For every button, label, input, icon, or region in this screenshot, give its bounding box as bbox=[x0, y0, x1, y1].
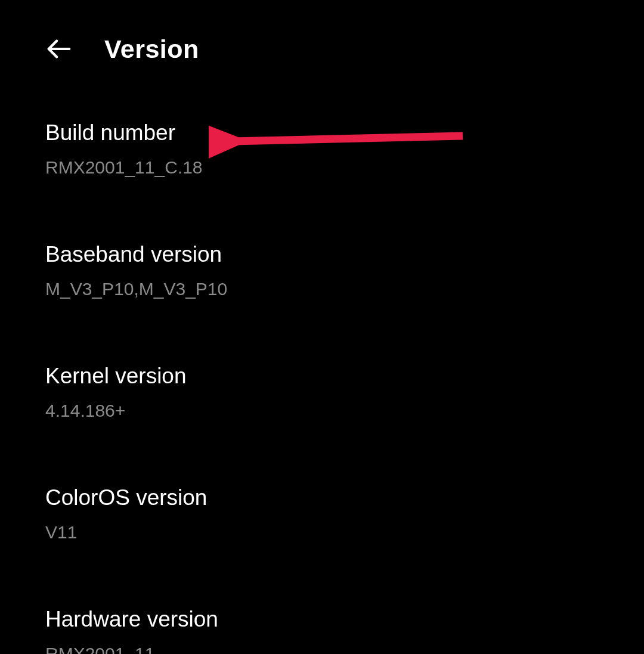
list-item-build-number[interactable]: Build number RMX2001_11_C.18 bbox=[45, 88, 599, 210]
arrow-left-icon bbox=[45, 35, 73, 63]
list-item-hardware-version[interactable]: Hardware version RMX2001_11 bbox=[45, 575, 599, 654]
list-item-value: RMX2001_11 bbox=[45, 644, 599, 654]
header: Version bbox=[0, 0, 644, 88]
list-item-coloros-version[interactable]: ColorOS version V11 bbox=[45, 453, 599, 575]
list-item-label: ColorOS version bbox=[45, 485, 599, 510]
list-item-kernel-version[interactable]: Kernel version 4.14.186+ bbox=[45, 331, 599, 453]
list-item-value: V11 bbox=[45, 522, 599, 543]
list-item-label: Baseband version bbox=[45, 242, 599, 267]
list-item-label: Build number bbox=[45, 120, 599, 145]
back-button[interactable] bbox=[44, 33, 75, 64]
list-item-value: RMX2001_11_C.18 bbox=[45, 157, 599, 178]
list-item-label: Hardware version bbox=[45, 607, 599, 632]
page-title: Version bbox=[104, 35, 199, 64]
list-item-baseband-version[interactable]: Baseband version M_V3_P10,M_V3_P10 bbox=[45, 210, 599, 331]
list-item-label: Kernel version bbox=[45, 364, 599, 389]
list-item-value: M_V3_P10,M_V3_P10 bbox=[45, 279, 599, 299]
version-list: Build number RMX2001_11_C.18 Baseband ve… bbox=[0, 88, 644, 654]
list-item-value: 4.14.186+ bbox=[45, 401, 599, 421]
